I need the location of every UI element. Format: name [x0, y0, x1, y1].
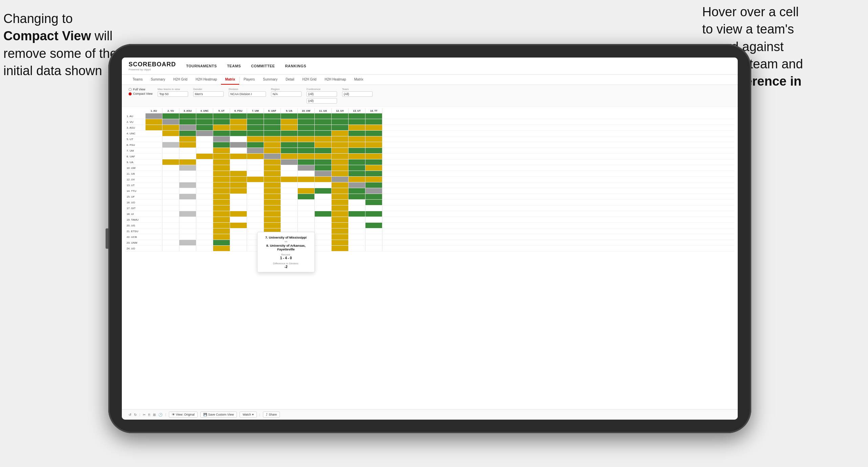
matrix-cell[interactable]	[213, 188, 230, 194]
matrix-cell[interactable]	[162, 136, 179, 142]
matrix-cell[interactable]	[298, 223, 315, 228]
matrix-cell[interactable]	[281, 113, 298, 119]
matrix-cell[interactable]	[179, 142, 196, 148]
matrix-cell[interactable]	[264, 223, 281, 228]
matrix-cell[interactable]	[179, 131, 196, 136]
matrix-cell[interactable]	[264, 125, 281, 130]
matrix-cell[interactable]	[196, 211, 213, 217]
matrix-cell[interactable]	[213, 182, 230, 188]
matrix-cell[interactable]	[196, 148, 213, 153]
matrix-cell[interactable]	[230, 171, 247, 176]
matrix-cell[interactable]	[247, 182, 264, 188]
matrix-cell[interactable]	[162, 182, 179, 188]
matrix-cell[interactable]	[179, 165, 196, 171]
matrix-cell[interactable]	[315, 154, 332, 159]
matrix-cell[interactable]	[264, 171, 281, 176]
matrix-cell[interactable]	[349, 240, 365, 245]
matrix-cell[interactable]	[162, 240, 179, 245]
matrix-cell[interactable]	[315, 217, 332, 222]
matrix-cell[interactable]	[281, 125, 298, 130]
matrix-cell[interactable]	[349, 188, 365, 194]
matrix-cell[interactable]	[230, 217, 247, 222]
matrix-cell[interactable]	[213, 228, 230, 234]
matrix-cell[interactable]	[298, 211, 315, 217]
matrix-cell[interactable]	[365, 125, 382, 130]
matrix-cell[interactable]	[196, 131, 213, 136]
matrix-cell[interactable]	[298, 154, 315, 159]
matrix-cell[interactable]	[349, 194, 365, 199]
matrix-cell[interactable]	[146, 165, 162, 171]
matrix-cell[interactable]	[230, 188, 247, 194]
matrix-cell[interactable]	[365, 228, 382, 234]
matrix-cell[interactable]	[298, 125, 315, 130]
matrix-cell[interactable]	[365, 182, 382, 188]
matrix-cell[interactable]	[196, 205, 213, 211]
matrix-cell[interactable]	[213, 154, 230, 159]
max-teams-select[interactable]: Top 50	[158, 91, 188, 97]
matrix-cell[interactable]	[298, 194, 315, 199]
matrix-cell[interactable]	[146, 234, 162, 240]
matrix-cell[interactable]	[230, 240, 247, 245]
matrix-cell[interactable]	[247, 154, 264, 159]
conference-select1[interactable]: (All)	[307, 91, 337, 97]
matrix-cell[interactable]	[247, 119, 264, 125]
matrix-cell[interactable]	[315, 136, 332, 142]
matrix-cell[interactable]	[315, 148, 332, 153]
matrix-cell[interactable]	[179, 223, 196, 228]
matrix-cell[interactable]	[298, 142, 315, 148]
clock-icon[interactable]: 🕐	[158, 413, 162, 417]
matrix-cell[interactable]	[230, 113, 247, 119]
matrix-cell[interactable]	[213, 205, 230, 211]
matrix-cell[interactable]	[298, 182, 315, 188]
matrix-cell[interactable]	[247, 194, 264, 199]
matrix-cell[interactable]	[332, 113, 349, 119]
matrix-cell[interactable]	[146, 113, 162, 119]
matrix-cell[interactable]	[179, 177, 196, 182]
matrix-cell[interactable]	[146, 217, 162, 222]
matrix-cell[interactable]	[179, 234, 196, 240]
matrix-cell[interactable]	[213, 246, 230, 251]
matrix-cell[interactable]	[264, 131, 281, 136]
matrix-cell[interactable]	[146, 194, 162, 199]
matrix-cell[interactable]	[146, 188, 162, 194]
matrix-cell[interactable]	[162, 165, 179, 171]
matrix-cell[interactable]	[146, 182, 162, 188]
matrix-cell[interactable]	[196, 125, 213, 130]
matrix-cell[interactable]	[332, 205, 349, 211]
matrix-cell[interactable]	[213, 171, 230, 176]
matrix-cell[interactable]	[213, 165, 230, 171]
matrix-cell[interactable]	[179, 217, 196, 222]
matrix-cell[interactable]	[365, 165, 382, 171]
matrix-cell[interactable]	[264, 113, 281, 119]
matrix-cell[interactable]	[230, 177, 247, 182]
matrix-cell[interactable]	[315, 119, 332, 125]
matrix-cell[interactable]	[146, 125, 162, 130]
matrix-cell[interactable]	[264, 188, 281, 194]
matrix-cell[interactable]	[332, 211, 349, 217]
matrix-cell[interactable]	[162, 194, 179, 199]
matrix-cell[interactable]	[365, 131, 382, 136]
matrix-cell[interactable]	[146, 154, 162, 159]
matrix-cell[interactable]	[162, 125, 179, 130]
matrix-cell[interactable]	[247, 200, 264, 205]
matrix-cell[interactable]	[146, 211, 162, 217]
full-view-radio[interactable]	[129, 88, 132, 91]
matrix-cell[interactable]	[349, 125, 365, 130]
matrix-cell[interactable]	[179, 211, 196, 217]
matrix-cell[interactable]	[179, 205, 196, 211]
matrix-cell[interactable]	[281, 159, 298, 165]
matrix-cell[interactable]	[264, 165, 281, 171]
subnav-matrix-left[interactable]: Matrix	[221, 75, 239, 85]
matrix-cell[interactable]	[196, 154, 213, 159]
matrix-cell[interactable]	[230, 131, 247, 136]
matrix-cell[interactable]	[315, 188, 332, 194]
undo-icon[interactable]: ↺	[129, 413, 131, 417]
matrix-cell[interactable]	[349, 148, 365, 153]
matrix-cell[interactable]	[162, 119, 179, 125]
matrix-cell[interactable]	[230, 159, 247, 165]
matrix-cell[interactable]	[365, 148, 382, 153]
matrix-cell[interactable]	[332, 142, 349, 148]
subnav-h2hheatmap[interactable]: H2H Heatmap	[192, 75, 221, 85]
matrix-cell[interactable]	[315, 211, 332, 217]
matrix-cell[interactable]	[162, 148, 179, 153]
